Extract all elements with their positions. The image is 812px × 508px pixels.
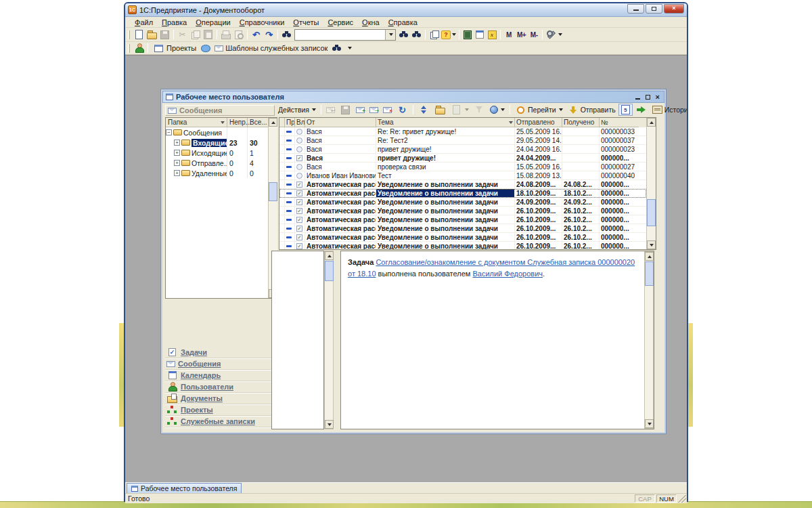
discussion-button[interactable] bbox=[199, 42, 212, 54]
history-button[interactable]: История bbox=[650, 104, 687, 116]
memory-m-minus-button[interactable]: M- bbox=[528, 28, 540, 41]
nav-users[interactable]: Пользователи bbox=[165, 381, 276, 393]
message-row-unread[interactable]: Автоматическая расс...Уведомление о выпо… bbox=[279, 180, 646, 189]
column-subject[interactable]: Тема bbox=[376, 118, 515, 127]
menu-windows[interactable]: Окна bbox=[358, 18, 384, 27]
scroll-up-button[interactable] bbox=[269, 118, 277, 127]
new-document-button[interactable] bbox=[133, 28, 145, 41]
toolbar-options-button[interactable] bbox=[343, 42, 355, 54]
nav-messages[interactable]: Сообщения bbox=[165, 358, 276, 370]
tree-row-inbox[interactable]: +Входящие 23 30 bbox=[166, 137, 268, 148]
tree-row-outbox[interactable]: +Исходящие 0 1 bbox=[166, 148, 268, 158]
scroll-down-button[interactable] bbox=[325, 420, 334, 429]
tree-row-messages[interactable]: −Сообщения bbox=[166, 127, 268, 137]
find-next-button[interactable] bbox=[397, 28, 410, 41]
filter-button[interactable] bbox=[472, 104, 487, 116]
folders-button[interactable] bbox=[432, 104, 448, 116]
menu-catalogs[interactable]: Справочники bbox=[235, 18, 289, 27]
tree-column-unread[interactable]: Непр... bbox=[227, 118, 248, 127]
calculator-button[interactable] bbox=[461, 28, 474, 41]
expand-icon[interactable]: + bbox=[174, 150, 180, 156]
tree-row-sent[interactable]: +Отправле... 0 4 bbox=[166, 158, 268, 168]
scroll-up-button[interactable] bbox=[325, 251, 334, 260]
find-prev-button[interactable] bbox=[410, 28, 423, 41]
actions-menu-button[interactable]: Действия bbox=[276, 104, 318, 116]
scrollbar-thumb[interactable] bbox=[325, 261, 334, 281]
send-button[interactable]: Отправить bbox=[566, 104, 618, 116]
new-message-button[interactable]: + bbox=[354, 104, 367, 116]
nav-documents[interactable]: Документы bbox=[165, 393, 276, 404]
message-row[interactable]: Васяпривет дружище!24.04.2009 16..000000… bbox=[279, 145, 646, 154]
scroll-down-button[interactable] bbox=[645, 419, 654, 428]
inner-minimize-button[interactable] bbox=[635, 98, 640, 100]
scroll-up-button[interactable] bbox=[645, 252, 654, 261]
column-sent[interactable]: Отправлено bbox=[515, 118, 562, 127]
save-button[interactable] bbox=[158, 28, 171, 41]
help-button[interactable] bbox=[441, 28, 457, 41]
user-link[interactable]: Василий Федорович bbox=[472, 270, 543, 278]
message-row-unread[interactable]: Автоматическая расс...Уведомление о выпо… bbox=[279, 224, 646, 233]
print-preview-button[interactable] bbox=[232, 28, 245, 41]
scrollbar-thumb[interactable] bbox=[645, 261, 654, 286]
schedule-button[interactable]: 5 bbox=[618, 104, 633, 116]
messages-scrollbar[interactable] bbox=[646, 118, 656, 249]
memo-templates-button[interactable]: Шаблоны служебных записок bbox=[212, 43, 330, 54]
message-row-unread[interactable]: Автоматическая расс...Уведомление о выпо… bbox=[279, 215, 646, 224]
delete-message-button[interactable]: × bbox=[381, 104, 394, 116]
go-to-button[interactable]: Перейти bbox=[513, 104, 565, 116]
tree-column-all[interactable]: Все... bbox=[248, 118, 268, 127]
copy-button[interactable] bbox=[189, 28, 202, 41]
output-list-button[interactable] bbox=[449, 104, 471, 116]
execute-button[interactable] bbox=[633, 104, 649, 116]
message-row[interactable]: Иванов Иван ИвановичТест15.08.2009 13..0… bbox=[279, 171, 646, 180]
calendar-button[interactable] bbox=[474, 28, 486, 41]
column-received[interactable]: Получено bbox=[562, 118, 600, 127]
paste-button[interactable] bbox=[202, 28, 215, 41]
formula-button[interactable] bbox=[486, 28, 498, 41]
minimize-button[interactable] bbox=[627, 4, 644, 14]
menu-service[interactable]: Сервис bbox=[323, 18, 357, 27]
preview-scrollbar[interactable] bbox=[644, 251, 654, 429]
refresh-button[interactable] bbox=[394, 104, 410, 116]
menu-file[interactable]: Файл bbox=[131, 18, 157, 27]
message-row-unread[interactable]: Васяпривет дружище!24.04.2009...000000..… bbox=[279, 154, 646, 163]
cut-button[interactable] bbox=[176, 28, 189, 41]
projects-button[interactable]: Проекты bbox=[150, 43, 199, 54]
collapse-icon[interactable]: − bbox=[166, 129, 172, 135]
menu-reports[interactable]: Отчеты bbox=[289, 18, 323, 27]
message-row[interactable]: ВасяRe: Re: привет дружище!25.05.2009 16… bbox=[279, 127, 646, 136]
user-workspace-button[interactable] bbox=[133, 42, 145, 54]
message-row-unread[interactable]: Автоматическая расс...Уведомление о выпо… bbox=[279, 242, 646, 249]
expand-icon[interactable]: + bbox=[174, 170, 180, 176]
message-row[interactable]: ВасяRe: Тест229.05.2009 14..000000037 bbox=[279, 136, 646, 145]
resize-grip[interactable] bbox=[678, 494, 686, 503]
forward-button[interactable]: ➝ bbox=[367, 104, 380, 116]
open-button[interactable] bbox=[145, 28, 158, 41]
copy-list-button[interactable] bbox=[428, 28, 441, 41]
tree-row-deleted[interactable]: +Удаленные 0 0 bbox=[166, 168, 268, 178]
toolbar-grip[interactable] bbox=[128, 44, 130, 53]
message-row-selected[interactable]: Автоматическая расс...Уведомление о выпо… bbox=[279, 189, 646, 198]
save-message-button[interactable] bbox=[338, 104, 353, 116]
maximize-button[interactable] bbox=[646, 4, 662, 14]
scrollbar-thumb[interactable] bbox=[269, 182, 277, 201]
column-number[interactable]: № bbox=[600, 118, 639, 127]
column-attachment[interactable]: Вл... bbox=[295, 118, 305, 127]
memory-m-plus-button[interactable]: M+ bbox=[515, 28, 528, 41]
scroll-down-button[interactable] bbox=[647, 240, 656, 249]
message-row[interactable]: Васяпроверка связи15.05.2009 16..0000000… bbox=[279, 163, 646, 171]
inner-close-button[interactable]: × bbox=[656, 93, 660, 101]
reply-button[interactable]: ↩ bbox=[324, 104, 337, 116]
toolbar-find-button[interactable] bbox=[330, 42, 343, 54]
messages-panel-header[interactable]: Сообщения bbox=[165, 105, 275, 116]
attachments-scrollbar[interactable] bbox=[324, 251, 334, 429]
scroll-up-button[interactable] bbox=[647, 118, 656, 127]
nav-projects[interactable]: Проекты bbox=[165, 404, 276, 416]
print-button[interactable] bbox=[219, 28, 232, 41]
find-button[interactable] bbox=[280, 28, 293, 41]
toolbar-grip[interactable] bbox=[128, 30, 130, 39]
settings-button[interactable] bbox=[488, 104, 507, 116]
memory-m-button[interactable]: M bbox=[503, 28, 515, 41]
redo-button[interactable] bbox=[263, 28, 275, 41]
menu-operations[interactable]: Операции bbox=[191, 18, 234, 27]
